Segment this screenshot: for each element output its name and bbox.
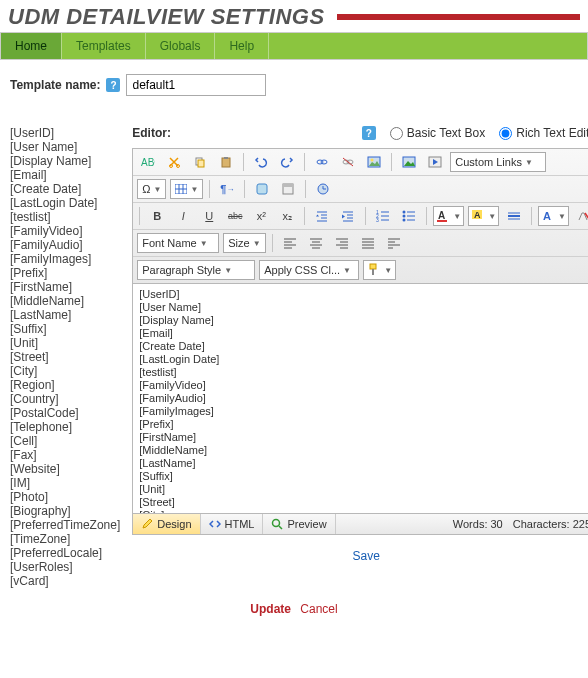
- field-token[interactable]: [Prefix]: [10, 266, 120, 280]
- field-token[interactable]: [Country]: [10, 392, 120, 406]
- ordered-list-icon[interactable]: 123: [372, 206, 394, 226]
- nav-help[interactable]: Help: [215, 33, 269, 59]
- field-token[interactable]: [Telephone]: [10, 420, 120, 434]
- unlink-icon[interactable]: [337, 152, 359, 172]
- field-token[interactable]: [Website]: [10, 462, 120, 476]
- field-token[interactable]: [Suffix]: [10, 322, 120, 336]
- field-token[interactable]: [testlist]: [10, 210, 120, 224]
- fontcolor2-dropdown[interactable]: A▼: [538, 206, 569, 226]
- align-right-icon[interactable]: [331, 233, 353, 253]
- image-manager-icon[interactable]: [363, 152, 385, 172]
- align-none-icon[interactable]: [383, 233, 405, 253]
- editor-mode-basic[interactable]: Basic Text Box: [390, 126, 485, 140]
- format-painter-dropdown[interactable]: ▼: [363, 260, 396, 280]
- field-token[interactable]: [UserID]: [10, 126, 120, 140]
- undo-icon[interactable]: [250, 152, 272, 172]
- symbol-dropdown[interactable]: Ω▼: [137, 179, 166, 199]
- content-line: [Suffix]: [139, 470, 588, 483]
- link-icon[interactable]: [311, 152, 333, 172]
- outdent-icon[interactable]: [311, 206, 333, 226]
- field-token[interactable]: [FirstName]: [10, 280, 120, 294]
- unordered-list-icon[interactable]: [398, 206, 420, 226]
- field-token[interactable]: [Unit]: [10, 336, 120, 350]
- field-token[interactable]: [vCard]: [10, 574, 120, 588]
- field-token[interactable]: [TimeZone]: [10, 532, 120, 546]
- module-icon[interactable]: [251, 179, 273, 199]
- strike-button[interactable]: abc: [224, 206, 246, 226]
- superscript-button[interactable]: x²: [250, 206, 272, 226]
- field-token[interactable]: [MiddleName]: [10, 294, 120, 308]
- basic-radio[interactable]: [390, 127, 403, 140]
- subscript-button[interactable]: x₂: [276, 206, 298, 226]
- clear-format-icon[interactable]: [573, 206, 588, 226]
- indent-icon[interactable]: [337, 206, 359, 226]
- field-token[interactable]: [LastLogin Date]: [10, 196, 120, 210]
- nav-home[interactable]: Home: [1, 33, 62, 59]
- field-token[interactable]: [FamilyImages]: [10, 252, 120, 266]
- field-token[interactable]: [PostalCode]: [10, 406, 120, 420]
- show-paragraph-icon[interactable]: ¶→: [216, 179, 238, 199]
- help-icon[interactable]: ?: [106, 78, 120, 92]
- font-size-dropdown[interactable]: Size▼: [223, 233, 265, 253]
- field-token[interactable]: [Biography]: [10, 504, 120, 518]
- nav-templates[interactable]: Templates: [62, 33, 146, 59]
- field-token[interactable]: [Region]: [10, 378, 120, 392]
- pencil-icon: [141, 518, 153, 530]
- content-line: [testlist]: [139, 366, 588, 379]
- hr-icon[interactable]: [503, 206, 525, 226]
- field-token[interactable]: [Create Date]: [10, 182, 120, 196]
- field-token[interactable]: [IM]: [10, 476, 120, 490]
- editor-help-icon[interactable]: ?: [362, 126, 376, 140]
- backcolor-dropdown[interactable]: A▼: [468, 206, 499, 226]
- template-name-input[interactable]: [126, 74, 266, 96]
- paste-icon[interactable]: [215, 152, 237, 172]
- bold-button[interactable]: B: [146, 206, 168, 226]
- preview-mode-button[interactable]: Preview: [263, 514, 335, 534]
- field-token-list: [UserID][User Name][Display Name][Email]…: [10, 110, 120, 588]
- field-token[interactable]: [Cell]: [10, 434, 120, 448]
- field-token[interactable]: [City]: [10, 364, 120, 378]
- paragraph-style-dropdown[interactable]: Paragraph Style▼: [137, 260, 255, 280]
- template-icon[interactable]: [277, 179, 299, 199]
- field-token[interactable]: [FamilyVideo]: [10, 224, 120, 238]
- font-name-dropdown[interactable]: Font Name▼: [137, 233, 219, 253]
- align-justify-icon[interactable]: [357, 233, 379, 253]
- field-token[interactable]: [Display Name]: [10, 154, 120, 168]
- field-token[interactable]: [Photo]: [10, 490, 120, 504]
- field-token[interactable]: [UserRoles]: [10, 560, 120, 574]
- spellcheck-icon[interactable]: ABC: [137, 152, 159, 172]
- design-mode-button[interactable]: Design: [133, 514, 200, 534]
- update-button[interactable]: Update: [250, 602, 291, 616]
- copy-icon[interactable]: [189, 152, 211, 172]
- rich-radio[interactable]: [499, 127, 512, 140]
- custom-links-dropdown[interactable]: Custom Links▼: [450, 152, 546, 172]
- field-token[interactable]: [PreferredLocale]: [10, 546, 120, 560]
- field-token[interactable]: [LastName]: [10, 308, 120, 322]
- underline-button[interactable]: U: [198, 206, 220, 226]
- content-line: [FamilyVideo]: [139, 379, 588, 392]
- css-class-dropdown[interactable]: Apply CSS Cl...▼: [259, 260, 359, 280]
- html-mode-button[interactable]: HTML: [201, 514, 264, 534]
- nav-globals[interactable]: Globals: [146, 33, 216, 59]
- forecolor-dropdown[interactable]: A▼: [433, 206, 464, 226]
- align-left-icon[interactable]: [279, 233, 301, 253]
- italic-button[interactable]: I: [172, 206, 194, 226]
- time-icon[interactable]: [312, 179, 334, 199]
- field-token[interactable]: [PreferredTimeZone]: [10, 518, 120, 532]
- table-dropdown[interactable]: ▼: [170, 179, 203, 199]
- content-line: [FamilyAudio]: [139, 392, 588, 405]
- editor-mode-rich[interactable]: Rich Text Editor: [499, 126, 588, 140]
- field-token[interactable]: [Street]: [10, 350, 120, 364]
- media-icon[interactable]: [424, 152, 446, 172]
- save-link[interactable]: Save: [352, 549, 379, 563]
- field-token[interactable]: [User Name]: [10, 140, 120, 154]
- editor-content[interactable]: [UserID][User Name][Display Name][Email]…: [132, 284, 588, 514]
- cancel-button[interactable]: Cancel: [300, 602, 337, 616]
- field-token[interactable]: [Email]: [10, 168, 120, 182]
- insert-image-icon[interactable]: [398, 152, 420, 172]
- field-token[interactable]: [Fax]: [10, 448, 120, 462]
- align-center-icon[interactable]: [305, 233, 327, 253]
- redo-icon[interactable]: [276, 152, 298, 172]
- field-token[interactable]: [FamilyAudio]: [10, 238, 120, 252]
- cut-icon[interactable]: [163, 152, 185, 172]
